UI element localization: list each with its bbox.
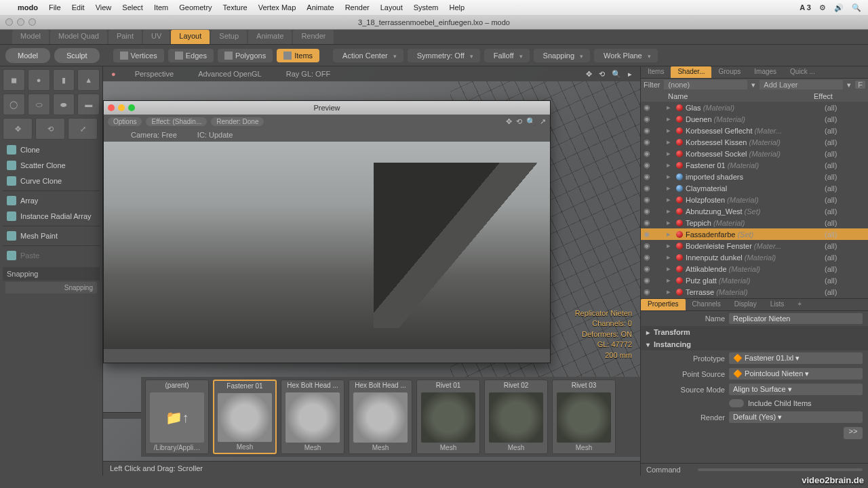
- preview-pan-icon[interactable]: ✥: [506, 117, 512, 126]
- vp-perspective[interactable]: Perspective: [130, 68, 179, 79]
- snapping-drop[interactable]: Snapping: [534, 49, 591, 62]
- preview-ic[interactable]: IC: Update: [197, 131, 233, 139]
- primitive-sphere[interactable]: ●: [28, 69, 50, 91]
- shader-row[interactable]: ◉▸Putz glatt(Material)(all): [641, 274, 868, 286]
- app-menu[interactable]: modo: [18, 3, 38, 12]
- action-center-drop[interactable]: Action Center: [333, 49, 403, 62]
- asset--parent-[interactable]: (parent)📁↑/Library/Appli…: [145, 380, 209, 454]
- primitive-torus[interactable]: ◯: [3, 94, 25, 115]
- preview-min-icon[interactable]: [118, 104, 125, 111]
- menu-layout[interactable]: Layout: [380, 3, 403, 12]
- command-input[interactable]: [698, 468, 863, 471]
- zoom-icon[interactable]: [28, 18, 36, 26]
- prop-tab-channels[interactable]: Channels: [686, 299, 728, 310]
- spotlight-icon[interactable]: ⚙: [819, 3, 826, 12]
- shader-row[interactable]: ◉▸Korbsessel Kissen(Material)(all): [641, 136, 868, 148]
- asset-hex-bolt-head----[interactable]: Hex Bolt Head ...Mesh: [349, 380, 412, 454]
- volume-icon[interactable]: 🔊: [834, 3, 844, 12]
- symmetry-drop[interactable]: Symmetry: Off: [408, 49, 480, 62]
- right-tab-groups[interactable]: Groups: [711, 66, 747, 78]
- menu-view[interactable]: View: [96, 3, 112, 12]
- menu-animate[interactable]: Animate: [307, 3, 334, 12]
- primitive-plane[interactable]: ▬: [77, 94, 100, 115]
- shader-row[interactable]: ◉▸Korbsessel Sockel(Material)(all): [641, 148, 868, 159]
- preview-popout-icon[interactable]: ↗: [540, 117, 546, 126]
- tool-instance-radial-array[interactable]: Instance Radial Array: [3, 209, 100, 224]
- component-vertices-button[interactable]: Vertices: [113, 49, 164, 62]
- add-layer-button[interactable]: Add Layer: [760, 80, 843, 89]
- vp-raygl[interactable]: Ray GL: OFF: [281, 68, 336, 79]
- transform-rotate[interactable]: ⟲: [35, 118, 65, 140]
- right-tab-quick[interactable]: Quick ...: [783, 66, 822, 78]
- tool-array[interactable]: Array: [3, 193, 100, 208]
- primitive-tube[interactable]: ⬭: [28, 94, 50, 115]
- shader-row[interactable]: ◉▸Duenen(Material)(all): [641, 113, 868, 125]
- layout-tab-setup[interactable]: Setup: [211, 30, 247, 44]
- shader-row[interactable]: ◉▸Bodenleiste Fenster(Mater...(all): [641, 240, 868, 251]
- menu-geometry[interactable]: Geometry: [179, 3, 212, 12]
- component-polygons-button[interactable]: Polygons: [218, 49, 273, 62]
- preview-titlebar[interactable]: Preview: [104, 101, 550, 115]
- primitive-capsule[interactable]: ⬬: [53, 94, 75, 115]
- go-button[interactable]: >>: [844, 427, 863, 439]
- vp-zoom-icon[interactable]: 🔍: [612, 70, 621, 79]
- f-button[interactable]: F: [855, 81, 865, 89]
- include-child-toggle[interactable]: Include Child Items: [729, 399, 812, 407]
- preview-render[interactable]: Render: Done: [211, 117, 264, 126]
- menu-system[interactable]: System: [414, 3, 439, 12]
- preview-rot-icon[interactable]: ⟲: [516, 117, 522, 126]
- shader-row[interactable]: ◉▸Glas(Material)(all): [641, 102, 868, 113]
- layout-tab-layout[interactable]: Layout: [171, 30, 210, 44]
- shader-tree[interactable]: ◉▸Glas(Material)(all)◉▸Duenen(Material)(…: [641, 102, 868, 298]
- shader-row[interactable]: ◉▸Teppich(Material)(all): [641, 217, 868, 228]
- transform-scale[interactable]: ⤢: [68, 118, 98, 140]
- shader-row[interactable]: ◉▸Fassadenfarbe(Set)(all): [641, 228, 868, 240]
- preview-zoom-icon2[interactable]: 🔍: [526, 117, 536, 126]
- filter-select[interactable]: (none): [664, 80, 747, 89]
- layout-tab-uv[interactable]: UV: [143, 30, 170, 44]
- prop-tab-display[interactable]: Display: [728, 299, 764, 310]
- asset-hex-bolt-head----[interactable]: Hex Bolt Head ...Mesh: [281, 380, 344, 454]
- render-field[interactable]: Default (Yes) ▾: [729, 411, 863, 423]
- asset-rivet-01[interactable]: Rivet 01Mesh: [416, 380, 480, 454]
- shader-row[interactable]: ◉▸Innenputz dunkel(Material)(all): [641, 251, 868, 263]
- shader-row[interactable]: ◉▸imported shaders(all): [641, 171, 868, 182]
- asset-browser[interactable]: (parent)📁↑/Library/Appli…Fastener 01Mesh…: [141, 377, 640, 457]
- menu-render[interactable]: Render: [345, 3, 370, 12]
- preview-zoom-icon[interactable]: [128, 104, 135, 111]
- menu-texture[interactable]: Texture: [223, 3, 248, 12]
- vp-rotate-icon[interactable]: ⟲: [599, 70, 605, 79]
- primitive-cone[interactable]: ▲: [77, 69, 100, 91]
- tool-scatter-clone[interactable]: Scatter Clone: [3, 158, 100, 173]
- primitive-cylinder[interactable]: ▮: [53, 69, 75, 91]
- asset-fastener-01[interactable]: Fastener 01Mesh: [213, 380, 277, 454]
- layout-tab-model-quad[interactable]: Model Quad: [50, 30, 107, 44]
- preview-effect[interactable]: Effect: (Shadin...: [146, 117, 207, 126]
- vp-move-icon[interactable]: ✥: [586, 70, 592, 79]
- pointsource-field[interactable]: 🔶 Pointcloud Nieten ▾: [729, 368, 863, 380]
- sourcemode-field[interactable]: Align to Surface ▾: [729, 384, 863, 395]
- component-items-button[interactable]: Items: [277, 49, 319, 62]
- transform-section[interactable]: ▸ Transform: [641, 326, 868, 338]
- snapping-section[interactable]: Snapping: [3, 267, 100, 281]
- shader-row[interactable]: ◉▸Korbsessel Geflecht(Mater...(all): [641, 125, 868, 136]
- menu-select[interactable]: Select: [122, 3, 143, 12]
- mode-sculpt-button[interactable]: Sculpt: [54, 48, 100, 63]
- snapping-sub[interactable]: Snapping: [5, 282, 97, 293]
- preview-window[interactable]: Preview Options Effect: (Shadin... Rende…: [103, 100, 551, 363]
- tool-mesh-paint[interactable]: Mesh Paint: [3, 228, 100, 243]
- transform-move[interactable]: ✥: [3, 118, 33, 140]
- mode-model-button[interactable]: Model: [5, 48, 50, 63]
- falloff-drop[interactable]: Falloff: [484, 49, 530, 62]
- preview-options[interactable]: Options: [108, 117, 142, 126]
- asset-rivet-02[interactable]: Rivet 02Mesh: [484, 380, 548, 454]
- menu-file[interactable]: File: [49, 3, 61, 12]
- shader-row[interactable]: ◉▸Terrasse(Material)(all): [641, 286, 868, 298]
- layout-tab-animate[interactable]: Animate: [248, 30, 292, 44]
- preview-close-icon[interactable]: [108, 104, 115, 111]
- instancing-section[interactable]: ▾ Instancing: [641, 338, 868, 350]
- prop-tab-add[interactable]: +: [791, 299, 808, 310]
- preview-camera[interactable]: Camera: Free: [131, 131, 177, 139]
- menu-vertexmap[interactable]: Vertex Map: [258, 3, 296, 12]
- shader-row[interactable]: ◉▸Fastener 01(Material)(all): [641, 159, 868, 171]
